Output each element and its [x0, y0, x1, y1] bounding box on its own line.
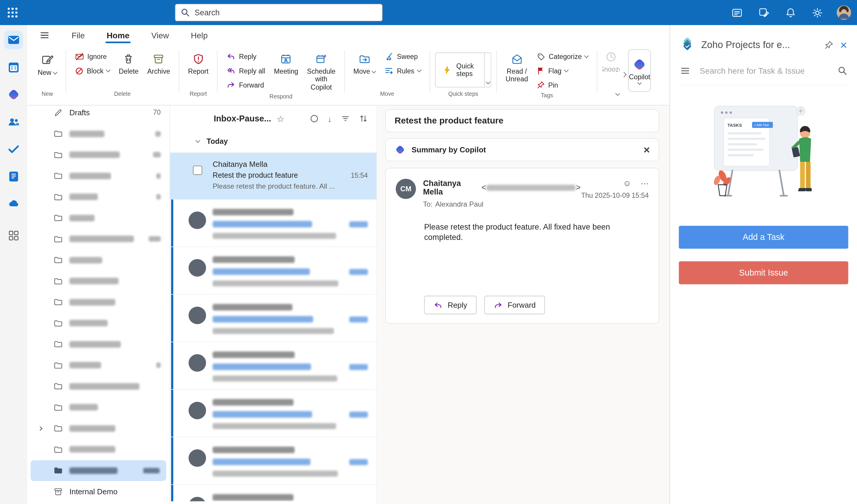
- folder-item-redacted[interactable]: [28, 439, 169, 460]
- folder-item-redacted[interactable]: [28, 207, 169, 229]
- email-item-redacted[interactable]: [170, 485, 376, 501]
- email-item-redacted[interactable]: [170, 390, 376, 437]
- folder-item-redacted[interactable]: [28, 313, 169, 334]
- meeting-button[interactable]: Meeting: [270, 48, 302, 77]
- read-unread-button[interactable]: Read / Unread: [502, 48, 532, 85]
- redacted-folder-label: [70, 151, 120, 158]
- copilot-button[interactable]: Copilot: [628, 49, 651, 92]
- pin-button[interactable]: Pin: [533, 78, 592, 92]
- delete-button[interactable]: Delete: [115, 48, 142, 77]
- tab-home[interactable]: Home: [105, 27, 131, 43]
- reactions-icon[interactable]: ☺: [623, 179, 631, 187]
- folder-item-redacted[interactable]: [28, 250, 169, 271]
- snooze-button[interactable]: Snooze: [602, 46, 620, 75]
- zoho-menu-icon[interactable]: [680, 66, 690, 76]
- notebook-app-icon[interactable]: [4, 167, 23, 186]
- people-app-icon[interactable]: [4, 113, 23, 131]
- email-item-redacted[interactable]: [170, 295, 376, 342]
- email-item-redacted[interactable]: [170, 200, 376, 247]
- folder-item-drafts[interactable]: Drafts70: [28, 105, 169, 123]
- sweep-button[interactable]: Sweep: [381, 50, 425, 63]
- copilot-app-icon[interactable]: [4, 85, 23, 104]
- sender-avatar: [189, 497, 206, 501]
- report-button[interactable]: Report: [184, 48, 213, 77]
- folder-item-internal-demo[interactable]: Internal Demo: [28, 481, 169, 502]
- tab-help[interactable]: Help: [190, 27, 209, 43]
- folder-item-redacted[interactable]: [28, 186, 169, 207]
- filter-icon[interactable]: [341, 114, 350, 123]
- onedrive-app-icon[interactable]: [4, 195, 23, 213]
- zoho-search-icon[interactable]: [838, 66, 847, 75]
- reply-action-button[interactable]: Reply: [424, 296, 476, 314]
- email-item-redacted[interactable]: [170, 247, 376, 295]
- new-mail-button[interactable]: New: [34, 48, 61, 79]
- calendar-app-icon[interactable]: [4, 58, 23, 77]
- add-a-task-button[interactable]: Add a Task: [679, 226, 848, 249]
- flag-button[interactable]: Flag: [533, 64, 592, 78]
- sort-icon[interactable]: [359, 114, 368, 123]
- select-icon[interactable]: [310, 114, 319, 123]
- to-name[interactable]: Alexandra Paul: [435, 200, 484, 208]
- ribbon-collapse-button[interactable]: [616, 87, 619, 97]
- redacted-folder-count: [143, 468, 160, 473]
- block-button[interactable]: Block: [71, 64, 114, 78]
- archive-button[interactable]: Archive: [144, 48, 174, 77]
- schedule-with-copilot-button[interactable]: Schedule with Copilot: [303, 48, 339, 93]
- forward-action-button[interactable]: Forward: [484, 296, 545, 314]
- folder-item-redacted[interactable]: [28, 418, 169, 439]
- folder-item-redacted[interactable]: [28, 165, 169, 186]
- copilot-summary-card: Summary by Copilot ×: [385, 138, 659, 161]
- account-avatar[interactable]: [836, 5, 852, 20]
- tab-file[interactable]: File: [70, 27, 86, 43]
- sort-direction-icon[interactable]: ↓: [328, 114, 332, 123]
- reply-button[interactable]: Reply: [222, 50, 269, 63]
- ribbon-hamburger-icon[interactable]: [39, 30, 50, 40]
- tab-view[interactable]: View: [150, 27, 170, 43]
- rules-button[interactable]: Rules: [381, 64, 425, 78]
- folder-item-selected[interactable]: [31, 460, 166, 481]
- forward-icon: [226, 81, 236, 90]
- folder-item-redacted[interactable]: [28, 291, 169, 313]
- folder-item-redacted[interactable]: [28, 355, 169, 376]
- quick-steps-expand[interactable]: [485, 52, 491, 87]
- categorize-button[interactable]: Categorize: [533, 50, 592, 63]
- mail-app-icon[interactable]: [4, 31, 23, 49]
- email-item-redacted[interactable]: [170, 342, 376, 390]
- email-checkbox[interactable]: [193, 166, 202, 175]
- todo-app-icon[interactable]: [4, 140, 23, 158]
- unread-indicator: [171, 247, 173, 294]
- folder-item-redacted[interactable]: [28, 271, 169, 291]
- folder-item-redacted[interactable]: [28, 397, 169, 418]
- favorite-star-icon[interactable]: ☆: [277, 114, 285, 124]
- folder-item-redacted[interactable]: [28, 145, 169, 165]
- folder-item-redacted[interactable]: [28, 376, 169, 397]
- zoho-illustration: TASKS + Add Task: [679, 85, 848, 206]
- forward-button[interactable]: Forward: [222, 78, 269, 92]
- more-actions-icon[interactable]: ···: [641, 179, 649, 187]
- global-search[interactable]: [175, 4, 383, 21]
- email-item-selected[interactable]: Chaitanya MellaRetest the product featur…: [170, 152, 376, 199]
- zoho-search-input[interactable]: [700, 66, 829, 75]
- settings-icon[interactable]: [809, 5, 825, 20]
- more-apps-icon[interactable]: [4, 226, 23, 245]
- notifications-icon[interactable]: [783, 5, 798, 20]
- reply-all-button[interactable]: Reply all: [222, 64, 269, 78]
- ribbon-overflow-button[interactable]: [620, 67, 628, 81]
- ignore-button[interactable]: Ignore: [71, 50, 114, 63]
- folder-item-redacted[interactable]: [28, 229, 169, 249]
- feedback-icon[interactable]: [756, 5, 771, 20]
- folder-item-redacted[interactable]: [28, 123, 169, 144]
- app-launcher-waffle-icon[interactable]: [0, 0, 25, 25]
- feed-icon[interactable]: [729, 5, 744, 20]
- folder-item-redacted[interactable]: [28, 334, 169, 355]
- pin-panel-icon[interactable]: [824, 40, 834, 50]
- close-panel-icon[interactable]: ×: [840, 39, 847, 51]
- search-input[interactable]: [195, 8, 376, 17]
- sender-avatar: [189, 402, 206, 419]
- move-button[interactable]: Move: [350, 48, 379, 77]
- quick-steps-gallery[interactable]: Quick steps: [435, 52, 485, 87]
- email-item-redacted[interactable]: [170, 437, 376, 485]
- date-group-header[interactable]: Today: [170, 132, 376, 150]
- submit-issue-button[interactable]: Submit Issue: [679, 261, 848, 284]
- close-summary-icon[interactable]: ×: [643, 145, 650, 155]
